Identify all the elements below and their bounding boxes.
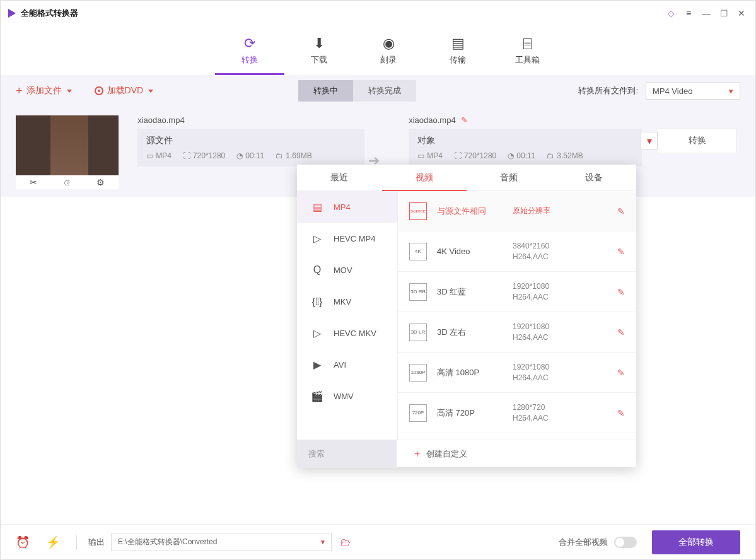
app-logo-icon: [8, 9, 16, 18]
nav-burn-label: 刻录: [380, 54, 397, 66]
create-custom-button[interactable]: + 创建自定义: [414, 448, 467, 460]
source-format: ▭ MP4: [146, 151, 172, 160]
output-path-value: E:\全能格式转换器\Converted: [118, 537, 217, 547]
panel-tab-audio[interactable]: 音频: [467, 165, 552, 190]
resolution-item[interactable]: 3D RB 3D 红蓝 1920*1080H264,AAC ✎: [398, 272, 636, 312]
format-hevc-mp4[interactable]: ▷HEVC MP4: [297, 223, 397, 254]
resolution-item[interactable]: 4K 4K Video 3840*2160H264,AAC ✎: [398, 231, 636, 272]
convert-all-button[interactable]: 全部转换: [652, 530, 740, 554]
format-tag-icon: 1080P: [409, 364, 427, 382]
nav-toolbox[interactable]: ⌸ 工具箱: [492, 26, 562, 75]
target-duration: ◔ 00:11: [508, 151, 535, 160]
resolution-name: 3D 左右: [437, 327, 513, 338]
create-custom-label: 创建自定义: [426, 448, 467, 460]
target-format-dropdown[interactable]: ▾: [641, 132, 658, 149]
nav-download-label: 下载: [311, 54, 327, 66]
target-size: 🗀 3.52MB: [547, 151, 583, 160]
edit-preset-icon[interactable]: ✎: [617, 327, 625, 337]
convert-icon: ⟳: [244, 35, 255, 52]
adjust-icon[interactable]: ⚙: [96, 177, 105, 187]
format-tag-icon: source: [409, 202, 427, 220]
quicktime-icon: Q: [311, 264, 323, 276]
resolution-item[interactable]: source 与源文件相同 原始分辨率 ✎: [398, 191, 636, 231]
hevc-icon: ▷: [311, 233, 323, 245]
edit-filename-icon[interactable]: ✎: [461, 115, 468, 125]
resolution-item[interactable]: 3D LR 3D 左右 1920*1080H264,AAC ✎: [398, 312, 636, 353]
add-file-button[interactable]: + 添加文件: [16, 85, 72, 98]
source-filename: xiaodao.mp4: [137, 115, 364, 125]
format-mkv[interactable]: {𝕀}MKV: [297, 286, 397, 317]
source-resolution: ⛶ 720*1280: [183, 151, 225, 160]
resolution-name: 4K Video: [437, 247, 513, 256]
edit-preset-icon[interactable]: ✎: [617, 206, 625, 216]
resolution-item[interactable]: 1080P 高清 1080P 1920*1080H264,AAC ✎: [398, 353, 636, 393]
format-tag-icon: 4K: [409, 243, 427, 260]
resolution-name: 高清 720P: [437, 407, 513, 419]
source-duration: ◔ 00:11: [236, 151, 264, 160]
target-filename: xiaodao.mp4: [409, 115, 455, 125]
menu-icon[interactable]: ≡: [682, 7, 695, 20]
minimize-icon[interactable]: —: [700, 7, 712, 20]
edit-preset-icon[interactable]: ✎: [617, 247, 625, 257]
resolution-name: 高清 1080P: [437, 367, 513, 378]
caret-down-icon: ▼: [320, 539, 326, 545]
plus-icon: +: [16, 85, 23, 98]
format-panel: 最近 视频 音频 设备 ▤MP4 ▷HEVC MP4 QMOV {𝕀}MKV ▷…: [297, 165, 636, 467]
tab-converting[interactable]: 转换中: [298, 80, 353, 102]
load-dvd-button[interactable]: 加载DVD: [95, 85, 154, 96]
format-select[interactable]: MP4 Video ▾: [646, 82, 740, 100]
user-icon[interactable]: ◇: [665, 7, 677, 20]
convert-all-to-label: 转换所有文件到:: [578, 85, 638, 96]
target-format: ▭ MP4: [417, 151, 443, 160]
target-card: 对象 ▭ MP4 ⛶ 720*1280 ◔ 00:11 🗀 3.52MB: [409, 129, 642, 166]
format-avi[interactable]: ▶AVI: [297, 349, 397, 380]
close-icon[interactable]: ✕: [735, 7, 748, 20]
resolution-list: source 与源文件相同 原始分辨率 ✎4K 4K Video 3840*21…: [398, 191, 636, 440]
format-wmv[interactable]: 🎬WMV: [297, 380, 397, 412]
caret-down-icon: [148, 90, 153, 93]
panel-tab-video[interactable]: 视频: [382, 165, 467, 190]
divider: [76, 535, 77, 550]
format-mp4[interactable]: ▤MP4: [297, 191, 397, 223]
speed-icon[interactable]: ⚡: [46, 535, 60, 549]
film-icon: ▤: [311, 201, 323, 213]
clock-icon[interactable]: ⏰: [16, 535, 30, 549]
toolbox-icon: ⌸: [523, 35, 532, 52]
merge-toggle[interactable]: [614, 537, 637, 548]
panel-tab-device[interactable]: 设备: [552, 165, 637, 190]
nav-burn[interactable]: ◉ 刻录: [354, 26, 423, 75]
mkv-icon: {𝕀}: [311, 296, 323, 308]
format-hevc-mkv[interactable]: ▷HEVC MKV: [297, 317, 397, 349]
output-path-select[interactable]: E:\全能格式转换器\Converted ▼: [111, 534, 332, 551]
nav-convert-label: 转换: [241, 54, 258, 66]
panel-tab-recent[interactable]: 最近: [297, 165, 382, 190]
hevc-icon: ▷: [311, 327, 323, 339]
source-card: 源文件 ▭ MP4 ⛶ 720*1280 ◔ 00:11 🗀 1.69MB: [137, 129, 364, 166]
app-title: 全能格式转换器: [21, 8, 660, 19]
maximize-icon[interactable]: ☐: [718, 7, 730, 20]
crop-icon[interactable]: ⟃: [64, 177, 69, 187]
burn-icon: ◉: [383, 35, 395, 52]
convert-button[interactable]: 转换: [658, 128, 736, 153]
load-dvd-label: 加载DVD: [107, 85, 144, 96]
cut-icon[interactable]: ✂: [30, 177, 37, 187]
nav-convert[interactable]: ⟳ 转换: [215, 26, 284, 75]
search-input[interactable]: 搜索: [297, 440, 397, 468]
edit-preset-icon[interactable]: ✎: [617, 368, 625, 378]
resolution-item[interactable]: 720P 高清 720P 1280*720H264,AAC ✎: [398, 393, 636, 433]
edit-preset-icon[interactable]: ✎: [617, 408, 625, 418]
nav-download[interactable]: ⬇ 下载: [284, 26, 354, 75]
format-tag-icon: 3D LR: [409, 324, 427, 341]
target-title: 对象: [417, 135, 633, 146]
format-mov[interactable]: QMOV: [297, 254, 397, 286]
tab-done[interactable]: 转换完成: [353, 80, 416, 102]
nav-transfer[interactable]: ▤ 传输: [423, 26, 492, 75]
format-list: ▤MP4 ▷HEVC MP4 QMOV {𝕀}MKV ▷HEVC MKV ▶AV…: [297, 191, 398, 440]
nav-toolbox-label: 工具箱: [515, 54, 540, 66]
video-thumbnail[interactable]: ✂ ⟃ ⚙: [16, 115, 119, 188]
edit-preset-icon[interactable]: ✎: [617, 287, 625, 297]
disc-icon: [95, 86, 103, 95]
download-icon: ⬇: [313, 35, 325, 52]
open-folder-icon[interactable]: 🗁: [340, 537, 351, 548]
output-label: 输出: [88, 537, 105, 548]
